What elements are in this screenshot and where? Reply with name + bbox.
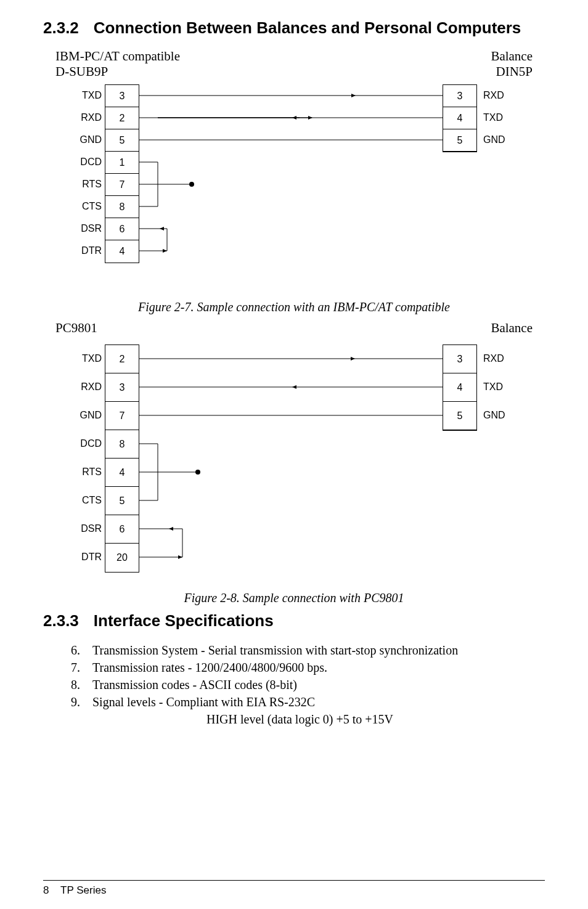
- heading-title: Connection Between Balances and Personal…: [94, 18, 521, 37]
- pin-cell: 2: [105, 107, 139, 129]
- fig27-top-right-1: Balance: [491, 49, 533, 64]
- pin-cell: 7: [105, 174, 139, 196]
- svg-marker-19: [163, 249, 167, 253]
- page-number: 8: [43, 884, 49, 896]
- pin-cell: 6: [105, 218, 139, 240]
- list-item: 9.Signal levels - Compliant with EIA RS-…: [71, 693, 545, 711]
- pin-cell: 8: [105, 430, 139, 459]
- fig27-top-right-2: DIN5P: [491, 64, 533, 79]
- figure-2-7: TXD RXD GND DCD RTS CTS DSR DTR 3 2 5 1 …: [43, 84, 545, 294]
- fig28-caption: Figure 2-8. Sample connection with PC980…: [43, 591, 545, 605]
- fig27-top-left-1: IBM-PC/AT compatible: [55, 49, 180, 64]
- pin-cell: 4: [443, 107, 476, 129]
- list-text: Signal levels - Compliant with EIA RS-23…: [92, 693, 315, 711]
- pin-cell: 2: [105, 345, 139, 373]
- list-num: 6.: [71, 642, 92, 659]
- pin-cell: 6: [105, 515, 139, 544]
- page-footer: 8 TP Series: [43, 880, 545, 897]
- signal-label: TXD: [483, 373, 511, 401]
- heading-2-3-3: 2.3.3Interface Specifications: [43, 611, 545, 630]
- svg-point-13: [189, 182, 194, 187]
- signal-label: RTS: [74, 458, 102, 486]
- pin-cell: 20: [105, 544, 139, 572]
- pin-cell: 4: [443, 373, 476, 402]
- list-subtext: HIGH level (data logic 0) +5 to +15V: [71, 711, 545, 728]
- signal-label: CTS: [74, 486, 102, 515]
- signal-label: RXD: [74, 373, 102, 401]
- svg-marker-31: [169, 527, 173, 531]
- list-text: Transmission System - Serial transmissio…: [92, 642, 458, 659]
- signal-label: RXD: [483, 84, 511, 107]
- footer-series: TP Series: [60, 884, 106, 896]
- fig28-top-left: PC9801: [55, 320, 97, 336]
- signal-label: TXD: [74, 344, 102, 373]
- signal-label: DTR: [74, 240, 102, 262]
- signal-label: CTS: [74, 195, 102, 218]
- fig28-right-pin-stack: 3 4 5: [443, 344, 477, 431]
- list-item: 8.Transmission codes - ASCII codes (8-bi…: [71, 676, 545, 693]
- list-item: 7.Transmission rates - 1200/2400/4800/96…: [71, 659, 545, 676]
- pin-cell: 5: [105, 129, 139, 152]
- interface-spec-list: 6.Transmission System - Serial transmiss…: [43, 642, 545, 728]
- pin-cell: 3: [105, 85, 139, 107]
- fig28-left-signal-labels: TXD RXD GND DCD RTS CTS DSR DTR: [74, 344, 102, 571]
- heading-num: 2.3.2: [43, 18, 79, 38]
- signal-label: RTS: [74, 173, 102, 195]
- pin-cell: 5: [443, 129, 476, 152]
- signal-label: GND: [483, 129, 511, 151]
- signal-label: GND: [483, 401, 511, 430]
- svg-marker-23: [292, 385, 296, 389]
- pin-cell: 3: [443, 85, 476, 107]
- pin-cell: 5: [443, 402, 476, 430]
- fig28-top-labels: PC9801 Balance: [43, 320, 545, 344]
- list-text: Transmission rates - 1200/2400/4800/9600…: [92, 659, 327, 676]
- heading-2-3-2: 2.3.2Connection Between Balances and Per…: [43, 18, 545, 38]
- fig28-left-pin-stack: 2 3 7 8 4 5 6 20: [105, 344, 139, 573]
- pin-cell: 3: [443, 345, 476, 373]
- signal-label: TXD: [74, 84, 102, 107]
- svg-point-28: [195, 470, 200, 475]
- fig27-caption: Figure 2-7. Sample connection with an IB…: [43, 300, 545, 314]
- pin-cell: 4: [105, 240, 139, 263]
- fig27-right-signal-labels: RXD TXD GND: [483, 84, 511, 151]
- list-num: 9.: [71, 693, 92, 711]
- pin-cell: 3: [105, 373, 139, 402]
- signal-label: RXD: [74, 107, 102, 129]
- fig27-left-pin-stack: 3 2 5 1 7 8 6 4: [105, 84, 139, 263]
- pin-cell: 1: [105, 152, 139, 174]
- fig27-left-signal-labels: TXD RXD GND DCD RTS CTS DSR DTR: [74, 84, 102, 262]
- list-num: 8.: [71, 676, 92, 693]
- pin-cell: 5: [105, 487, 139, 515]
- fig27-right-pin-stack: 3 4 5: [443, 84, 477, 152]
- signal-label: DTR: [74, 543, 102, 571]
- pin-cell: 7: [105, 402, 139, 430]
- figure-2-8: TXD RXD GND DCD RTS CTS DSR DTR 2 3 7 8 …: [43, 344, 545, 585]
- fig28-right-signal-labels: RXD TXD GND: [483, 344, 511, 430]
- list-text: Transmission codes - ASCII codes (8-bit): [92, 676, 297, 693]
- pin-cell: 8: [105, 196, 139, 218]
- signal-label: DCD: [74, 151, 102, 173]
- signal-label: DSR: [74, 515, 102, 543]
- svg-marker-21: [351, 357, 355, 361]
- signal-label: TXD: [483, 107, 511, 129]
- heading-num: 2.3.3: [43, 611, 79, 630]
- list-num: 7.: [71, 659, 92, 676]
- signal-label: DCD: [74, 430, 102, 458]
- fig28-top-right: Balance: [491, 320, 533, 336]
- svg-marker-16: [160, 227, 164, 230]
- fig27-top-left-2: D-SUB9P: [55, 64, 180, 79]
- signal-label: GND: [74, 401, 102, 430]
- fig27-top-labels: IBM-PC/AT compatible D-SUB9P Balance DIN…: [43, 49, 545, 84]
- signal-label: GND: [74, 129, 102, 151]
- list-item: 6.Transmission System - Serial transmiss…: [71, 642, 545, 659]
- heading-title: Interface Specifications: [94, 611, 274, 630]
- signal-label: DSR: [74, 218, 102, 240]
- pin-cell: 4: [105, 459, 139, 487]
- fig28-wiring-diagram: [139, 344, 443, 579]
- svg-marker-34: [178, 555, 182, 559]
- fig27-wiring-diagram: [139, 84, 443, 269]
- signal-label: RXD: [483, 344, 511, 373]
